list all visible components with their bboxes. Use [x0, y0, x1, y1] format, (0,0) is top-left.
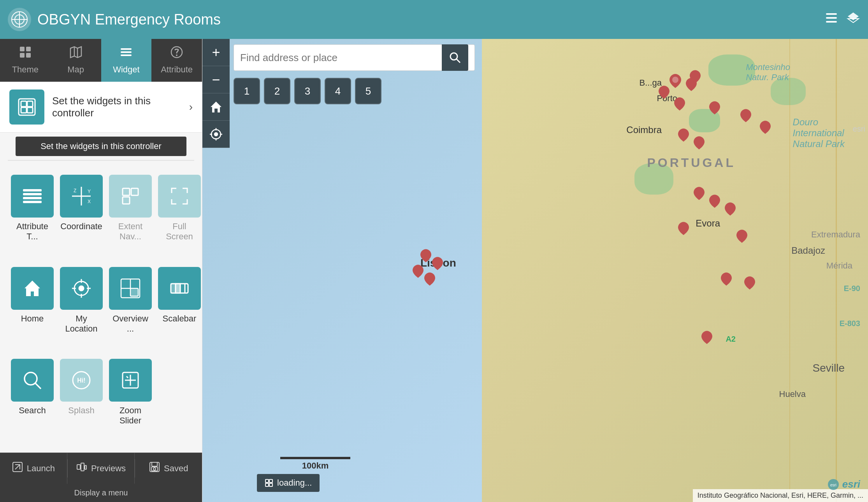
widget-home[interactable]: Home — [8, 261, 57, 353]
portugal-label: PORTUGAL — [647, 156, 736, 170]
svg-rect-27 — [23, 197, 42, 199]
tab-map[interactable]: Map — [51, 39, 101, 82]
search-input-wrapper — [234, 44, 475, 71]
saved-icon — [149, 462, 160, 475]
huelva-label: Huelva — [779, 389, 806, 399]
marker-18 — [721, 272, 732, 287]
page-dot-1[interactable]: 1 — [234, 78, 260, 104]
search-label: Search — [19, 405, 46, 416]
launch-label: Launch — [27, 463, 55, 474]
svg-point-54 — [25, 372, 37, 385]
svg-marker-78 — [211, 102, 221, 112]
svg-rect-74 — [265, 483, 269, 486]
attribute-table-icon — [11, 175, 54, 218]
map-attribution: Instituto Geográfico Nacional, Esri, HER… — [693, 489, 868, 502]
svg-rect-28 — [23, 201, 42, 203]
header-actions — [824, 11, 860, 28]
svg-rect-16 — [121, 51, 132, 53]
svg-rect-73 — [269, 479, 272, 483]
full-screen-label: Full Screen — [158, 221, 201, 242]
svg-rect-66 — [85, 465, 86, 469]
tab-widget[interactable]: Widget — [101, 39, 152, 82]
launch-button[interactable]: Launch — [0, 453, 67, 484]
launch-icon — [12, 462, 23, 475]
svg-rect-4 — [826, 13, 837, 15]
marker-17 — [736, 230, 747, 244]
marker-8 — [413, 265, 423, 279]
search-submit-button[interactable] — [442, 44, 468, 71]
coordinate-icon: Z X Y — [60, 175, 103, 218]
zoom-in-button[interactable]: + — [202, 39, 230, 66]
widget-extent-nav[interactable]: Extent Nav... — [106, 169, 155, 261]
previews-button[interactable]: Previews — [68, 453, 135, 484]
map-toolbar: + − — [202, 39, 230, 148]
svg-text:esri: esri — [830, 483, 836, 487]
svg-line-61 — [127, 376, 128, 378]
previews-label: Previews — [91, 463, 126, 474]
overview-map-label: Overview ... — [109, 314, 152, 334]
marker-13 — [694, 187, 705, 202]
controller-label: Set the widgets in this controller — [52, 95, 181, 119]
controller-arrow: › — [189, 101, 193, 113]
widget-scalebar[interactable]: Scalebar — [155, 261, 202, 353]
extremadura-label: Extremadura — [811, 230, 860, 240]
home-map-button[interactable] — [202, 93, 230, 121]
controller-header[interactable]: Set the widgets in this controller › — [0, 82, 202, 133]
widget-attribute-table[interactable]: Attribute T... — [8, 169, 57, 261]
marker-4 — [678, 128, 689, 143]
loading-indicator: loading... — [257, 474, 320, 492]
layers-icon[interactable] — [846, 11, 860, 28]
montesinho-label: MontesinhoNatur. Park — [746, 62, 790, 82]
home-icon — [11, 267, 54, 310]
location-map-button[interactable] — [202, 121, 230, 148]
svg-rect-45 — [130, 288, 138, 296]
svg-rect-6 — [826, 21, 837, 23]
tab-theme[interactable]: Theme — [0, 39, 51, 82]
svg-text:Y: Y — [88, 189, 91, 194]
full-screen-icon — [158, 175, 201, 218]
svg-rect-26 — [23, 193, 42, 195]
widget-zoom-slider[interactable]: Zoom Slider — [106, 353, 155, 445]
svg-rect-34 — [123, 188, 130, 195]
app-logo — [8, 8, 31, 31]
zoom-out-button[interactable]: − — [202, 66, 230, 93]
svg-text:X: X — [88, 199, 91, 204]
svg-line-86 — [457, 59, 460, 63]
zoom-slider-icon — [109, 359, 152, 402]
theme-tab-icon — [18, 45, 32, 62]
widget-grid: Attribute T... Z X Y Coordinate — [0, 161, 202, 453]
marker-3 — [659, 86, 669, 100]
search-widget-icon — [11, 359, 54, 402]
coordinate-label: Coordinate — [60, 221, 102, 232]
douro-label: DouroInternationalNatural Park — [793, 117, 845, 149]
saved-label: Saved — [164, 463, 188, 474]
svg-line-55 — [35, 383, 41, 389]
marker-14 — [709, 195, 720, 209]
page-dot-2[interactable]: 2 — [264, 78, 290, 104]
merida-label: Mérida — [826, 261, 852, 271]
map-background[interactable]: PORTUGAL DouroInternationalNatural Park … — [202, 39, 868, 502]
widget-full-screen[interactable]: Full Screen — [155, 169, 202, 261]
widget-splash[interactable]: Hi! Splash — [57, 353, 106, 445]
page-dot-3[interactable]: 3 — [294, 78, 321, 104]
widget-my-location[interactable]: My Location — [57, 261, 106, 353]
svg-rect-25 — [23, 189, 42, 191]
widget-overview-map[interactable]: Overview ... — [106, 261, 155, 353]
search-input[interactable] — [240, 52, 442, 64]
marker-22 — [674, 97, 685, 112]
widget-search[interactable]: Search — [8, 353, 57, 445]
svg-rect-22 — [21, 107, 26, 113]
widget-coordinate[interactable]: Z X Y Coordinate — [57, 169, 106, 261]
svg-rect-10 — [26, 47, 31, 51]
scale-label: 100km — [302, 461, 329, 471]
scalebar-icon — [158, 267, 201, 310]
tab-attribute[interactable]: Attribute — [151, 39, 202, 82]
saved-button[interactable]: Saved — [135, 453, 202, 484]
controller-icon — [9, 90, 44, 125]
page-dot-4[interactable]: 4 — [325, 78, 351, 104]
list-icon[interactable] — [824, 11, 838, 28]
sidebar: Theme Map — [0, 39, 202, 502]
page-dot-5[interactable]: 5 — [355, 78, 381, 104]
ocean-area — [202, 39, 522, 502]
svg-rect-5 — [826, 17, 837, 19]
